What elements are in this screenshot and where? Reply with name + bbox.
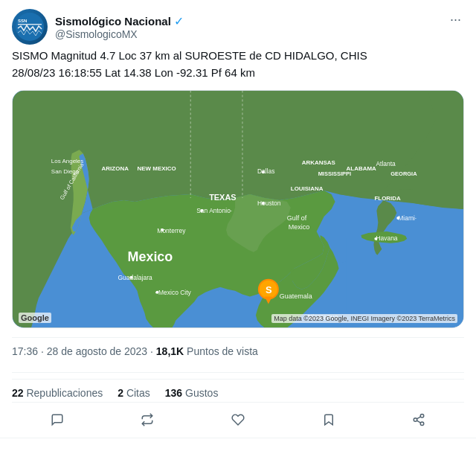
like-icon [231, 413, 245, 430]
tweet-map[interactable]: Los Angeles San Diego ARIZONA NEW MEXICO… [12, 90, 464, 328]
svg-text:SSN: SSN [18, 19, 27, 23]
tweet-views-count: 18,1K [156, 345, 184, 357]
svg-text:ALABAMA: ALABAMA [347, 165, 377, 172]
svg-point-53 [161, 228, 164, 231]
tweet-views-label: Puntos de vista [187, 345, 258, 357]
svg-line-62 [417, 417, 421, 419]
svg-text:LOUISIANA: LOUISIANA [291, 185, 324, 192]
svg-text:ARKANSAS: ARKANSAS [302, 159, 335, 166]
svg-text:Guatemala: Guatemala [280, 292, 312, 300]
retweet-button[interactable] [133, 409, 161, 435]
svg-text:Dallas: Dallas [257, 167, 275, 175]
quotes-label: Citas [126, 387, 150, 399]
svg-text:Guadalajara: Guadalajara [118, 274, 152, 281]
svg-text:Miami·: Miami· [398, 214, 416, 222]
svg-point-58 [420, 415, 424, 418]
tweet-time-text: 17:36 · 28 de agosto de 2023 · [12, 345, 156, 357]
svg-text:Gulf of: Gulf of [287, 214, 307, 222]
tweet-text: SISMO Magnitud 4.7 Loc 37 km al SUROESTE… [12, 48, 464, 81]
svg-point-60 [420, 422, 424, 426]
svg-point-55 [129, 276, 132, 279]
republications-count: 22 [12, 387, 24, 399]
svg-text:NEW MEXICO: NEW MEXICO [137, 165, 176, 172]
svg-text:FLORIDA: FLORIDA [374, 195, 401, 202]
map-attribution: Map data ©2023 Google, INEGI Imagery ©20… [271, 314, 457, 323]
likes-stat[interactable]: 136 Gustos [165, 387, 219, 399]
tweet-stats: 22 Republicaciones 2 Citas 136 Gustos [12, 379, 464, 402]
svg-point-51 [396, 217, 399, 220]
svg-text:GEORGIA: GEORGIA [390, 170, 417, 177]
svg-point-59 [414, 418, 417, 422]
bookmark-button[interactable] [315, 409, 343, 435]
svg-rect-2 [18, 24, 42, 25]
likes-label: Gustos [185, 387, 218, 399]
svg-text:Mexico: Mexico [289, 223, 309, 231]
svg-text:ARIZONA: ARIZONA [102, 165, 129, 172]
svg-text:Havana: Havana [376, 234, 397, 242]
svg-point-50 [262, 202, 265, 205]
like-button[interactable] [224, 409, 252, 435]
svg-text:S: S [266, 284, 272, 295]
account-handle[interactable]: @SismologicoMX [55, 28, 184, 40]
tweet-actions [12, 402, 464, 438]
svg-point-54 [155, 291, 158, 294]
quotes-stat[interactable]: 2 Citas [118, 387, 150, 399]
tweet-header-left: SSN Sismológico Nacional ✓ @SismologicoM… [12, 9, 184, 45]
tweet-time: 17:36 · 28 de agosto de 2023 · 18,1K Pun… [12, 345, 464, 357]
quotes-count: 2 [118, 387, 123, 399]
svg-line-61 [417, 420, 421, 423]
svg-text:TEXAS: TEXAS [209, 193, 237, 202]
share-button[interactable] [405, 409, 433, 435]
account-name-row: Sismológico Nacional ✓ [55, 14, 184, 28]
svg-text:Mexico: Mexico [127, 249, 173, 264]
republications-stat[interactable]: 22 Republicaciones [12, 387, 103, 399]
reply-icon [51, 413, 64, 430]
more-options-button[interactable]: ··· [447, 9, 464, 31]
likes-count: 136 [165, 387, 182, 399]
map-container: Los Angeles San Diego ARIZONA NEW MEXICO… [13, 91, 463, 327]
retweet-icon [141, 413, 154, 430]
svg-point-52 [374, 237, 377, 240]
google-watermark: Google [19, 313, 51, 323]
svg-point-48 [262, 170, 265, 173]
republications-label: Republicaciones [26, 387, 103, 399]
share-icon [412, 413, 425, 430]
tweet-card: SSN Sismológico Nacional ✓ @SismologicoM… [0, 0, 476, 438]
account-info: Sismológico Nacional ✓ @SismologicoMX [55, 14, 184, 40]
tweet-header: SSN Sismológico Nacional ✓ @SismologicoM… [12, 9, 464, 45]
bookmark-icon [322, 413, 335, 430]
tweet-meta: 17:36 · 28 de agosto de 2023 · 18,1K Pun… [12, 337, 464, 373]
svg-text:Atlanta: Atlanta [376, 160, 396, 167]
reply-button[interactable] [43, 409, 71, 435]
svg-text:Houston: Houston [257, 199, 281, 207]
verified-badge: ✓ [174, 14, 184, 28]
avatar[interactable]: SSN [12, 9, 48, 45]
svg-text:· Mexico City: · Mexico City [155, 289, 191, 296]
account-name[interactable]: Sismológico Nacional [55, 15, 171, 28]
svg-point-49 [200, 209, 203, 212]
